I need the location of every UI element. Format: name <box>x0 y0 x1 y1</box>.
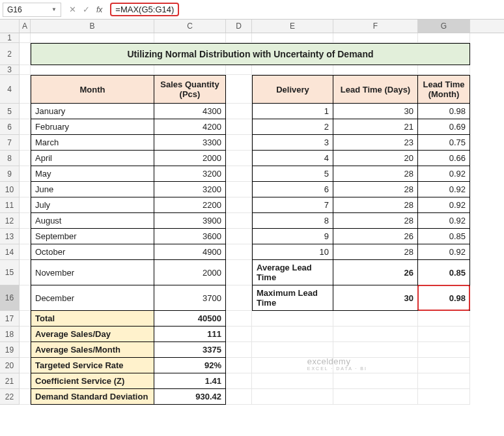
cell-days[interactable]: 21 <box>333 119 418 135</box>
formula-input[interactable]: =MAX(G5:G14) <box>110 5 179 14</box>
chevron-down-icon[interactable]: ▼ <box>51 7 57 12</box>
cell-days[interactable]: 30 <box>333 104 418 119</box>
cell-qty[interactable]: 3600 <box>154 229 226 244</box>
cell-leadmonth[interactable]: 0.92 <box>418 182 470 197</box>
select-all-corner[interactable] <box>0 20 20 33</box>
cell-days[interactable]: 28 <box>333 244 418 260</box>
cell-delivery[interactable]: 6 <box>252 182 333 197</box>
cell-days[interactable]: 28 <box>333 213 418 229</box>
row-header[interactable]: 12 <box>0 213 20 229</box>
cell-delivery[interactable]: 10 <box>252 244 333 260</box>
summary-label[interactable]: Targeted Service Rate <box>31 358 154 373</box>
col-header-e[interactable]: E <box>252 20 333 33</box>
summary-value[interactable]: 40500 <box>154 311 226 327</box>
cell-month[interactable]: November <box>31 260 154 285</box>
row-header[interactable]: 2 <box>0 43 20 65</box>
summary-value[interactable]: 3375 <box>154 342 226 358</box>
row-header[interactable]: 16 <box>0 285 20 311</box>
name-box[interactable]: G16 ▼ <box>3 3 61 17</box>
cell-delivery[interactable]: 8 <box>252 213 333 229</box>
cell-leadmonth[interactable]: 0.85 <box>418 229 470 244</box>
summary-label[interactable]: Demand Standard Deviation <box>31 389 154 405</box>
summary-value[interactable]: 1.41 <box>154 373 226 389</box>
cell-qty[interactable]: 3700 <box>154 285 226 311</box>
row-header[interactable]: 9 <box>0 166 20 182</box>
cell-month[interactable]: June <box>31 182 154 197</box>
cell-delivery[interactable]: 1 <box>252 104 333 119</box>
col-header-c[interactable]: C <box>154 20 226 33</box>
cell-leadmonth[interactable]: 0.66 <box>418 151 470 166</box>
cell-delivery[interactable]: 4 <box>252 151 333 166</box>
row-header[interactable]: 22 <box>0 389 20 405</box>
cell-qty[interactable]: 2000 <box>154 151 226 166</box>
enter-icon[interactable]: ✓ <box>83 5 90 14</box>
cell-leadmonth[interactable]: 0.98 <box>418 104 470 119</box>
cell-month[interactable]: September <box>31 229 154 244</box>
row-header[interactable]: 1 <box>0 33 20 43</box>
cell-days[interactable]: 26 <box>333 229 418 244</box>
cell-leadmonth[interactable]: 0.69 <box>418 119 470 135</box>
row-header[interactable]: 11 <box>0 197 20 213</box>
col-header-d[interactable]: D <box>226 20 252 33</box>
cell-qty[interactable]: 4300 <box>154 104 226 119</box>
summary-label[interactable]: Coefficient Service (Z) <box>31 373 154 389</box>
avg-lead-label[interactable]: Average Lead Time <box>252 260 333 285</box>
col-header-a[interactable]: A <box>20 20 31 33</box>
cell-leadmonth[interactable]: 0.92 <box>418 166 470 182</box>
max-lead-label[interactable]: Maximum Lead Time <box>252 285 333 311</box>
header-lead-month[interactable]: Lead Time (Month) <box>418 75 470 104</box>
cell-leadmonth[interactable]: 0.92 <box>418 244 470 260</box>
fx-icon[interactable]: fx <box>96 5 102 14</box>
summary-label[interactable]: Total <box>31 311 154 327</box>
row-header[interactable]: 13 <box>0 229 20 244</box>
row-header[interactable]: 5 <box>0 104 20 119</box>
cell-month[interactable]: February <box>31 119 154 135</box>
row-header[interactable]: 10 <box>0 182 20 197</box>
row-header[interactable]: 17 <box>0 311 20 327</box>
row-header[interactable]: 21 <box>0 373 20 389</box>
cell-delivery[interactable]: 2 <box>252 119 333 135</box>
cell-month[interactable]: October <box>31 244 154 260</box>
row-header[interactable]: 15 <box>0 260 20 285</box>
max-lead-month-selected[interactable]: 0.98 <box>418 285 470 311</box>
summary-label[interactable]: Average Sales/Month <box>31 342 154 358</box>
summary-value[interactable]: 92% <box>154 358 226 373</box>
col-header-g[interactable]: G <box>418 20 470 33</box>
cell-delivery[interactable]: 7 <box>252 197 333 213</box>
cell-month[interactable]: January <box>31 104 154 119</box>
max-lead-days[interactable]: 30 <box>333 285 418 311</box>
cell-delivery[interactable]: 9 <box>252 229 333 244</box>
cell-delivery[interactable]: 5 <box>252 166 333 182</box>
cell-qty[interactable]: 3200 <box>154 182 226 197</box>
row-header[interactable]: 14 <box>0 244 20 260</box>
cell-month[interactable]: May <box>31 166 154 182</box>
cell-month[interactable]: August <box>31 213 154 229</box>
header-qty[interactable]: Sales Quantity (Pcs) <box>154 75 226 104</box>
cell-month[interactable]: March <box>31 135 154 151</box>
cell-days[interactable]: 28 <box>333 166 418 182</box>
cell-leadmonth[interactable]: 0.92 <box>418 213 470 229</box>
cell-qty[interactable]: 2000 <box>154 260 226 285</box>
summary-label[interactable]: Average Sales/Day <box>31 327 154 342</box>
row-header[interactable]: 7 <box>0 135 20 151</box>
cell-leadmonth[interactable]: 0.75 <box>418 135 470 151</box>
cell-month[interactable]: December <box>31 285 154 311</box>
col-header-b[interactable]: B <box>31 20 154 33</box>
cell-leadmonth[interactable]: 0.92 <box>418 197 470 213</box>
avg-lead-month[interactable]: 0.85 <box>418 260 470 285</box>
cell-qty[interactable]: 3900 <box>154 213 226 229</box>
summary-value[interactable]: 930.42 <box>154 389 226 405</box>
cell-month[interactable]: July <box>31 197 154 213</box>
cell-days[interactable]: 28 <box>333 182 418 197</box>
header-lead-days[interactable]: Lead Time (Days) <box>333 75 418 104</box>
col-header-f[interactable]: F <box>333 20 418 33</box>
cell-delivery[interactable]: 3 <box>252 135 333 151</box>
row-header[interactable]: 8 <box>0 151 20 166</box>
row-header[interactable]: 18 <box>0 327 20 342</box>
summary-value[interactable]: 111 <box>154 327 226 342</box>
header-month[interactable]: Month <box>31 75 154 104</box>
row-header[interactable]: 20 <box>0 358 20 373</box>
cell-days[interactable]: 23 <box>333 135 418 151</box>
cell-qty[interactable]: 4900 <box>154 244 226 260</box>
row-header[interactable]: 4 <box>0 75 20 104</box>
